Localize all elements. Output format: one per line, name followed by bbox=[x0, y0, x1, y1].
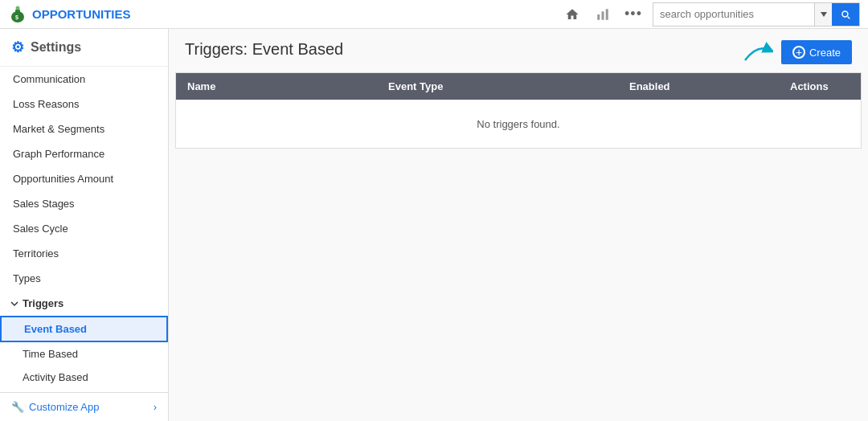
app-logo-icon: $ bbox=[8, 5, 27, 24]
plus-circle-icon: + bbox=[792, 46, 805, 59]
sidebar-item-territories[interactable]: Territories bbox=[0, 241, 168, 266]
search-container bbox=[653, 2, 860, 27]
sidebar-item-types[interactable]: Types bbox=[0, 266, 168, 291]
table-header-row: Name Event Type Enabled Actions bbox=[176, 73, 861, 100]
chevron-down-icon bbox=[10, 299, 19, 309]
sidebar-sub-item-activity-based[interactable]: Activity Based bbox=[0, 366, 168, 389]
sidebar-sub-item-event-based[interactable]: Event Based bbox=[0, 316, 168, 342]
sidebar-title: Settings bbox=[31, 40, 81, 55]
customize-app-bar[interactable]: 🔧 Customize App › bbox=[0, 392, 168, 421]
sidebar-item-communication[interactable]: Communication bbox=[0, 67, 168, 92]
search-input[interactable] bbox=[653, 5, 814, 23]
sidebar: ⚙ Settings Communication Loss Reasons Ma… bbox=[0, 29, 169, 421]
home-icon bbox=[565, 7, 579, 22]
empty-message: No triggers found. bbox=[461, 102, 575, 146]
svg-point-2 bbox=[16, 6, 20, 10]
svg-rect-6 bbox=[606, 9, 608, 20]
sidebar-item-market-segments[interactable]: Market & Segments bbox=[0, 116, 168, 141]
svg-rect-4 bbox=[597, 14, 600, 20]
col-header-name: Name bbox=[176, 73, 377, 100]
table-body: No triggers found. bbox=[176, 100, 861, 148]
main-content: Triggers: Event Based + Create bbox=[169, 29, 868, 421]
header-right: + Create bbox=[741, 40, 852, 64]
chart-button[interactable] bbox=[590, 3, 616, 26]
search-dropdown-button[interactable] bbox=[814, 3, 832, 26]
triggers-section-toggle[interactable]: Triggers bbox=[0, 291, 168, 316]
sidebar-sub-item-time-based[interactable]: Time Based bbox=[0, 342, 168, 366]
chevron-down-icon bbox=[821, 12, 827, 17]
sidebar-item-graph-performance[interactable]: Graph Performance bbox=[0, 141, 168, 166]
more-button[interactable]: ••• bbox=[620, 3, 646, 26]
create-button[interactable]: + Create bbox=[781, 40, 852, 64]
svg-rect-5 bbox=[602, 11, 604, 20]
triggers-table: Name Event Type Enabled Actions No trigg… bbox=[175, 72, 862, 149]
triggers-label: Triggers bbox=[23, 297, 63, 309]
home-button[interactable] bbox=[559, 3, 585, 26]
svg-text:$: $ bbox=[15, 14, 18, 21]
sidebar-item-opportunities-amount[interactable]: Opportunities Amount bbox=[0, 166, 168, 191]
ellipsis-icon: ••• bbox=[624, 6, 642, 22]
create-label: Create bbox=[809, 47, 841, 59]
customize-label: Customize App bbox=[29, 401, 99, 413]
col-header-actions: Actions bbox=[779, 73, 861, 100]
layout: ⚙ Settings Communication Loss Reasons Ma… bbox=[0, 29, 868, 421]
gear-icon: ⚙ bbox=[11, 39, 24, 56]
sidebar-content: Communication Loss Reasons Market & Segm… bbox=[0, 67, 168, 392]
top-nav: $ OPPORTUNITIES ••• bbox=[0, 0, 868, 29]
sidebar-header: ⚙ Settings bbox=[0, 29, 168, 67]
sidebar-item-sales-stages[interactable]: Sales Stages bbox=[0, 191, 168, 216]
bar-chart-icon bbox=[596, 7, 610, 22]
search-icon bbox=[840, 9, 851, 20]
nav-icons: ••• bbox=[559, 3, 646, 26]
col-header-event-type: Event Type bbox=[377, 73, 618, 100]
app-logo: $ OPPORTUNITIES bbox=[8, 5, 553, 24]
page-title: Triggers: Event Based bbox=[185, 40, 343, 59]
app-title: OPPORTUNITIES bbox=[32, 7, 131, 21]
search-submit-button[interactable] bbox=[832, 3, 859, 26]
main-header: Triggers: Event Based + Create bbox=[169, 29, 868, 72]
col-header-enabled: Enabled bbox=[618, 73, 779, 100]
arrow-indicator bbox=[741, 40, 773, 64]
sidebar-item-sales-cycle[interactable]: Sales Cycle bbox=[0, 216, 168, 241]
sidebar-item-loss-reasons[interactable]: Loss Reasons bbox=[0, 92, 168, 116]
wrench-icon: 🔧 bbox=[11, 401, 24, 413]
chevron-right-icon: › bbox=[154, 401, 157, 413]
